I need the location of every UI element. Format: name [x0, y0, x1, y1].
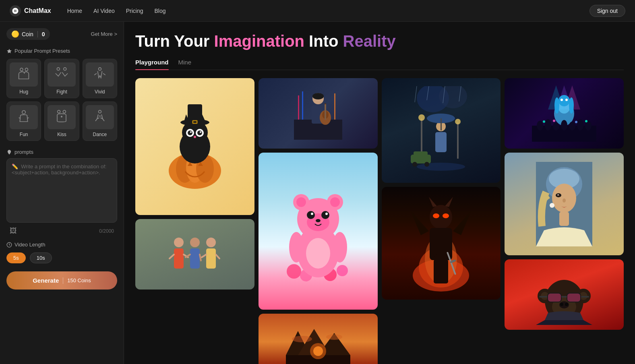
- coin-icon: 🟡: [11, 30, 19, 38]
- svg-point-133: [569, 122, 575, 130]
- vivid-label: Vivid: [95, 89, 105, 95]
- video-length-label: Video Length: [14, 242, 45, 248]
- prompt-input[interactable]: [6, 158, 117, 223]
- svg-line-96: [415, 86, 417, 102]
- svg-line-36: [170, 254, 174, 259]
- dance-icon: [86, 105, 114, 129]
- svg-point-74: [316, 219, 321, 222]
- svg-point-66: [296, 197, 306, 207]
- image-upload-icon[interactable]: 🖼: [10, 227, 17, 235]
- svg-point-75: [289, 232, 304, 263]
- hero-title: Turn Your Imagination Into Reality: [135, 31, 624, 51]
- svg-point-2: [57, 68, 60, 70]
- svg-rect-90: [457, 122, 459, 159]
- svg-point-38: [190, 238, 200, 247]
- svg-point-110: [430, 205, 452, 229]
- svg-point-103: [412, 162, 417, 167]
- image-girl-pearl-earring[interactable]: [505, 153, 624, 255]
- svg-point-59: [287, 264, 301, 279]
- sidebar: 🟡 Coin 0 Get More > Popular Prompt Prese…: [0, 22, 124, 364]
- image-col-3: [382, 78, 501, 364]
- svg-point-9: [98, 110, 101, 113]
- generate-button[interactable]: Generate 150 Coins: [6, 271, 117, 290]
- svg-point-123: [558, 95, 570, 106]
- generate-divider: [63, 277, 63, 284]
- svg-point-112: [443, 213, 449, 218]
- location-icon: [6, 149, 12, 155]
- svg-point-34: [174, 238, 184, 247]
- nav-pricing[interactable]: Pricing: [126, 8, 143, 14]
- preset-fun[interactable]: Fun: [6, 101, 41, 141]
- hero-part1: Turn Your: [135, 32, 214, 50]
- svg-point-126: [561, 99, 563, 101]
- nav-ai-video[interactable]: AI Video: [93, 8, 115, 14]
- presets-label: Popular Prompt Presets: [14, 48, 70, 54]
- video-length-title: Video Length: [6, 242, 117, 248]
- sign-out-button[interactable]: Sign out: [589, 5, 625, 17]
- clock-icon: [6, 242, 12, 248]
- image-sunset-landscape[interactable]: [259, 314, 378, 364]
- svg-line-44: [202, 254, 206, 257]
- preset-kiss[interactable]: Kiss: [44, 101, 79, 141]
- svg-point-29: [194, 136, 196, 138]
- image-halloween-cat[interactable]: [135, 78, 254, 215]
- svg-point-68: [330, 197, 340, 207]
- svg-point-147: [563, 199, 566, 203]
- svg-point-125: [569, 97, 574, 114]
- image-gorilla-sunglasses[interactable]: [505, 259, 624, 330]
- fight-icon: [48, 62, 76, 87]
- get-more-link[interactable]: Get More >: [91, 31, 117, 37]
- svg-rect-160: [581, 296, 589, 298]
- video-length-section: Video Length 5s 10s: [6, 242, 117, 263]
- svg-point-115: [434, 253, 447, 264]
- fun-label: Fun: [20, 132, 28, 137]
- image-anime-concert[interactable]: [505, 78, 624, 149]
- preset-fight[interactable]: Fight: [44, 59, 79, 98]
- svg-point-164: [560, 303, 563, 306]
- svg-point-3: [64, 68, 66, 70]
- nav-home[interactable]: Home: [67, 8, 82, 14]
- presets-title: Popular Prompt Presets: [6, 48, 117, 54]
- duration-10s[interactable]: 10s: [30, 252, 52, 263]
- kiss-label: Kiss: [57, 132, 66, 137]
- main-layout: 🟡 Coin 0 Get More > Popular Prompt Prese…: [0, 0, 635, 364]
- fun-icon: [10, 105, 38, 129]
- logo-area[interactable]: ChatMax: [10, 5, 51, 17]
- image-couple-meme[interactable]: [135, 219, 254, 290]
- svg-point-84: [292, 336, 312, 342]
- coin-count: 0: [42, 31, 45, 37]
- svg-rect-39: [190, 248, 200, 269]
- kiss-icon: [48, 105, 76, 129]
- svg-rect-94: [441, 118, 442, 130]
- svg-point-72: [311, 213, 313, 215]
- preset-hug[interactable]: Hug: [6, 59, 41, 98]
- dance-label: Dance: [93, 132, 107, 137]
- svg-point-143: [552, 184, 576, 213]
- svg-point-1: [25, 68, 28, 71]
- svg-point-52: [312, 93, 324, 99]
- svg-rect-33: [193, 121, 196, 123]
- nav-blog[interactable]: Blog: [155, 8, 166, 14]
- image-guitar-girl[interactable]: [259, 78, 378, 149]
- svg-line-41: [200, 254, 201, 261]
- fight-label: Fight: [56, 89, 67, 95]
- svg-point-25: [188, 130, 192, 135]
- image-rainy-night[interactable]: [382, 78, 501, 183]
- tab-mine[interactable]: Mine: [178, 59, 192, 70]
- svg-point-124: [554, 97, 559, 114]
- duration-5s[interactable]: 5s: [6, 252, 26, 263]
- svg-rect-159: [539, 296, 547, 298]
- svg-point-27: [190, 131, 192, 133]
- svg-point-77: [306, 238, 330, 269]
- svg-point-131: [553, 122, 559, 130]
- svg-point-139: [585, 120, 587, 122]
- svg-point-165: [565, 303, 568, 306]
- tab-playground[interactable]: Playground: [135, 59, 169, 70]
- image-pink-bear[interactable]: [259, 153, 378, 310]
- preset-vivid[interactable]: Vivid: [83, 59, 117, 98]
- svg-point-130: [545, 119, 551, 130]
- prompts-section-label: prompts: [14, 149, 33, 155]
- image-demon-fire[interactable]: [382, 187, 501, 300]
- preset-dance[interactable]: Dance: [83, 101, 117, 141]
- svg-rect-43: [206, 248, 216, 269]
